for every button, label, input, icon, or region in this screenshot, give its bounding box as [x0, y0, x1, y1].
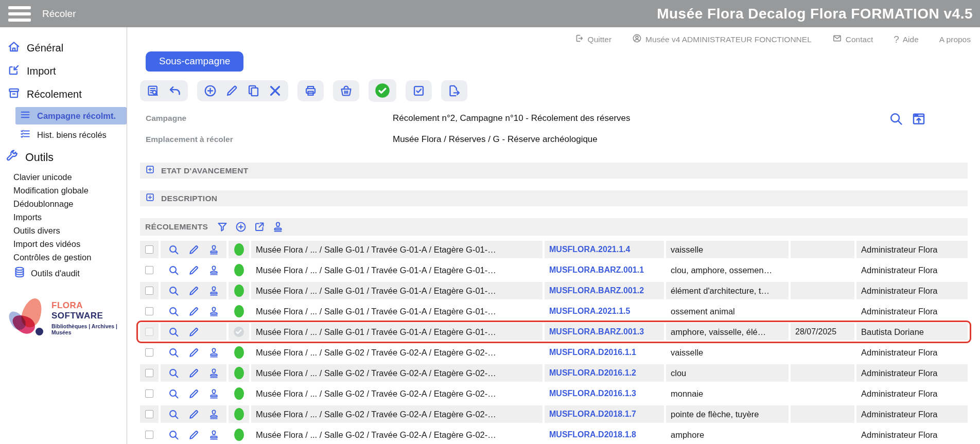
- row-number-link[interactable]: MUSFLORA.BARZ.001.2: [545, 282, 664, 299]
- sidebar-item-campagne-recolement[interactable]: Campagne récolmt.: [15, 107, 127, 125]
- envelope-icon: [832, 33, 842, 45]
- hamburger-menu-icon[interactable]: [8, 6, 31, 22]
- open-window-icon[interactable]: [911, 111, 926, 127]
- row-checkbox[interactable]: [145, 348, 153, 357]
- sidebar-tool-item[interactable]: Outils divers: [0, 224, 127, 237]
- row-designation: clou, amphore, ossemen…: [666, 261, 789, 279]
- tab-sous-campagne[interactable]: Sous-campagne: [146, 51, 243, 72]
- search-icon[interactable]: [888, 111, 904, 127]
- row-search-icon[interactable]: [168, 429, 180, 441]
- status-green-dot: [234, 408, 244, 420]
- row-edit-icon[interactable]: [188, 367, 200, 379]
- section-description[interactable]: DESCRIPTION: [140, 190, 968, 206]
- row-checkbox[interactable]: [145, 328, 153, 336]
- add-button[interactable]: [203, 84, 217, 98]
- sidebar-tool-item[interactable]: Contrôles de gestion: [0, 251, 127, 264]
- stamp-icon[interactable]: [272, 221, 284, 233]
- row-stamp-icon[interactable]: [208, 285, 220, 297]
- row-agent: Administrateur Flora: [856, 282, 968, 299]
- row-search-icon[interactable]: [168, 367, 180, 379]
- row-edit-icon[interactable]: [188, 285, 200, 297]
- section-etat-avancement[interactable]: ETAT D'AVANCEMENT: [140, 163, 968, 179]
- row-stamp-icon[interactable]: [208, 429, 220, 441]
- validate-button[interactable]: [375, 83, 390, 98]
- row-number-link[interactable]: MUSFLORA.BARZ.001.3: [545, 323, 664, 341]
- row-date: [791, 405, 854, 423]
- row-search-icon[interactable]: [168, 306, 180, 317]
- add-recolement-icon[interactable]: [235, 221, 247, 233]
- row-search-icon[interactable]: [168, 244, 180, 256]
- flora-software-logo: FLORA SOFTWARE Bibliothèques | Archives …: [6, 297, 127, 339]
- row-checkbox[interactable]: [145, 287, 153, 295]
- row-checkbox[interactable]: [145, 431, 153, 439]
- row-number-link[interactable]: MUSFLORA.D2016.1.1: [545, 344, 664, 361]
- row-number-link[interactable]: MUSFLORA.2021.1.5: [545, 303, 664, 320]
- row-edit-icon[interactable]: [188, 264, 200, 276]
- row-search-icon[interactable]: [168, 326, 180, 338]
- contact-link[interactable]: Contact: [832, 33, 873, 45]
- check-tasks-button[interactable]: [412, 84, 426, 98]
- aide-link[interactable]: ? Aide: [894, 34, 919, 45]
- row-search-icon[interactable]: [168, 409, 180, 420]
- row-stamp-icon[interactable]: [208, 367, 220, 379]
- main-content: Quitter Musée v4 ADMINISTRATEUR FONCTION…: [127, 27, 980, 444]
- row-edit-icon[interactable]: [188, 429, 200, 441]
- row-number-link[interactable]: MUSFLORA.2021.1.4: [545, 241, 664, 258]
- export-button[interactable]: [447, 84, 461, 98]
- row-edit-icon[interactable]: [188, 388, 200, 400]
- row-search-icon[interactable]: [168, 388, 180, 400]
- row-number-link[interactable]: MUSFLORA.BARZ.001.1: [545, 261, 664, 279]
- row-checkbox[interactable]: [145, 389, 153, 398]
- basket-button[interactable]: [339, 84, 353, 98]
- sidebar-item-import[interactable]: Import: [0, 60, 127, 83]
- row-checkbox[interactable]: [145, 266, 153, 274]
- row-stamp-icon[interactable]: [208, 388, 220, 400]
- row-checkbox[interactable]: [145, 410, 153, 418]
- row-edit-icon[interactable]: [188, 306, 200, 317]
- copy-button[interactable]: [247, 84, 260, 98]
- quitter-link[interactable]: Quitter: [574, 33, 612, 45]
- row-edit-icon[interactable]: [188, 409, 200, 420]
- row-stamp-icon[interactable]: [208, 264, 220, 276]
- row-number-link[interactable]: MUSFLORA.D2016.1.2: [545, 364, 664, 382]
- expand-plus-icon[interactable]: [145, 192, 155, 204]
- sidebar-item-outils-audit[interactable]: Outils d'audit: [0, 264, 127, 282]
- external-link-icon[interactable]: [253, 221, 266, 233]
- expand-plus-icon[interactable]: [145, 165, 155, 176]
- sidebar-section-outils[interactable]: Outils: [0, 144, 127, 170]
- sidebar-item-recolement[interactable]: Récolement: [0, 83, 127, 106]
- row-stamp-icon[interactable]: [208, 409, 220, 420]
- undo-button[interactable]: [168, 84, 182, 98]
- edit-button[interactable]: [225, 84, 239, 98]
- row-checkbox[interactable]: [145, 307, 153, 315]
- row-number-link[interactable]: MUSFLORA.D2018.1.8: [545, 426, 664, 443]
- row-checkbox[interactable]: [145, 369, 153, 377]
- row-search-icon[interactable]: [168, 285, 180, 297]
- sidebar-tool-item[interactable]: Imports: [0, 210, 127, 224]
- sidebar-item-hist-biens-recoles[interactable]: Hist. biens récolés: [15, 126, 127, 144]
- row-edit-icon[interactable]: [188, 347, 200, 359]
- row-edit-icon[interactable]: [188, 244, 200, 256]
- row-stamp-icon[interactable]: [208, 347, 220, 359]
- sidebar-tool-item[interactable]: Import des vidéos: [0, 237, 127, 251]
- row-search-icon[interactable]: [168, 264, 180, 276]
- row-stamp-icon[interactable]: [208, 306, 220, 317]
- row-edit-icon[interactable]: [188, 326, 200, 338]
- row-checkbox[interactable]: [145, 245, 153, 254]
- logo-brand-flora: FLORA: [51, 300, 82, 310]
- apropos-link[interactable]: A propos: [939, 35, 971, 44]
- row-number-link[interactable]: MUSFLORA.D2016.1.3: [545, 385, 664, 402]
- row-search-icon[interactable]: [168, 347, 180, 359]
- sidebar-tool-item[interactable]: Dédoublonnage: [0, 197, 127, 210]
- sidebar-tool-item[interactable]: Modification globale: [0, 184, 127, 197]
- row-number-link[interactable]: MUSFLORA.D2018.1.7: [545, 405, 664, 423]
- filter-icon[interactable]: [216, 221, 229, 233]
- sidebar-tool-item[interactable]: Clavier unicode: [0, 170, 127, 184]
- print-button[interactable]: [304, 84, 318, 98]
- user-account-link[interactable]: Musée v4 ADMINISTRATEUR FONCTIONNEL: [632, 33, 812, 45]
- row-stamp-icon[interactable]: [208, 244, 220, 256]
- sidebar-item-general[interactable]: Général: [0, 37, 127, 60]
- list-search-button[interactable]: [146, 84, 160, 98]
- toolbar: [127, 72, 980, 102]
- delete-button[interactable]: [268, 84, 282, 98]
